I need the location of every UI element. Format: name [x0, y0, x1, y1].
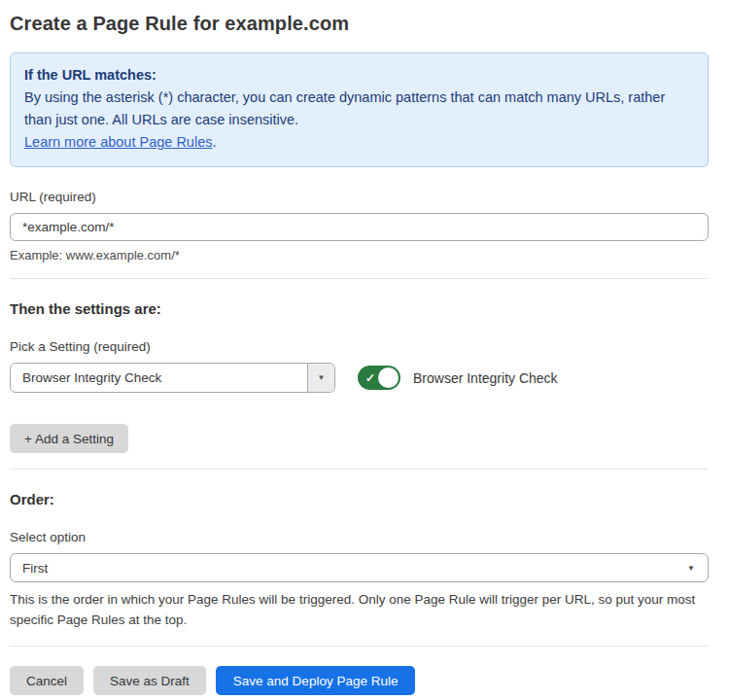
save-as-draft-button[interactable]: Save as Draft: [93, 666, 206, 695]
chevron-down-icon: ▼: [687, 564, 695, 573]
settings-section-heading: Then the settings are:: [10, 300, 709, 317]
url-field-label: URL (required): [10, 190, 709, 204]
save-and-deploy-button[interactable]: Save and Deploy Page Rule: [216, 666, 416, 695]
form-actions: Cancel Save as Draft Save and Deploy Pag…: [10, 666, 709, 695]
chevron-down-icon: ▼: [318, 373, 326, 382]
setting-row: Browser Integrity Check ▼ ✓ Browser Inte…: [10, 363, 709, 393]
order-helper-text: This is the order in which your Page Rul…: [10, 589, 709, 630]
check-icon: ✓: [365, 370, 375, 384]
info-callout-link-line: Learn more about Page Rules.: [24, 131, 694, 154]
divider: [10, 646, 709, 647]
setting-toggle-label: Browser Integrity Check: [413, 370, 558, 386]
setting-toggle[interactable]: ✓: [358, 366, 400, 390]
order-select[interactable]: First ▼: [10, 553, 709, 582]
setting-dropdown[interactable]: Browser Integrity Check ▼: [10, 363, 335, 393]
url-field-helper: Example: www.example.com/*: [10, 248, 709, 262]
create-page-rule-form: Create a Page Rule for example.com If th…: [10, 0, 709, 695]
setting-dropdown-value: Browser Integrity Check: [11, 364, 307, 392]
add-setting-button[interactable]: + Add a Setting: [10, 424, 128, 453]
order-select-value: First: [22, 561, 48, 576]
divider: [10, 469, 709, 470]
order-section-heading: Order:: [10, 491, 709, 508]
info-callout-body: By using the asterisk (*) character, you…: [24, 87, 694, 131]
pick-setting-label: Pick a Setting (required): [10, 339, 709, 354]
divider: [10, 278, 709, 279]
info-callout-heading: If the URL matches:: [24, 64, 694, 87]
url-input[interactable]: [10, 213, 709, 241]
order-select-label: Select option: [10, 530, 709, 544]
learn-more-link[interactable]: Learn more about Page Rules: [24, 134, 212, 150]
url-match-info-callout: If the URL matches: By using the asteris…: [10, 52, 709, 167]
page-title: Create a Page Rule for example.com: [10, 13, 709, 35]
cancel-button[interactable]: Cancel: [10, 666, 84, 695]
toggle-knob: [378, 368, 399, 388]
dropdown-arrow-button[interactable]: ▼: [307, 364, 334, 392]
link-suffix: .: [212, 134, 216, 150]
